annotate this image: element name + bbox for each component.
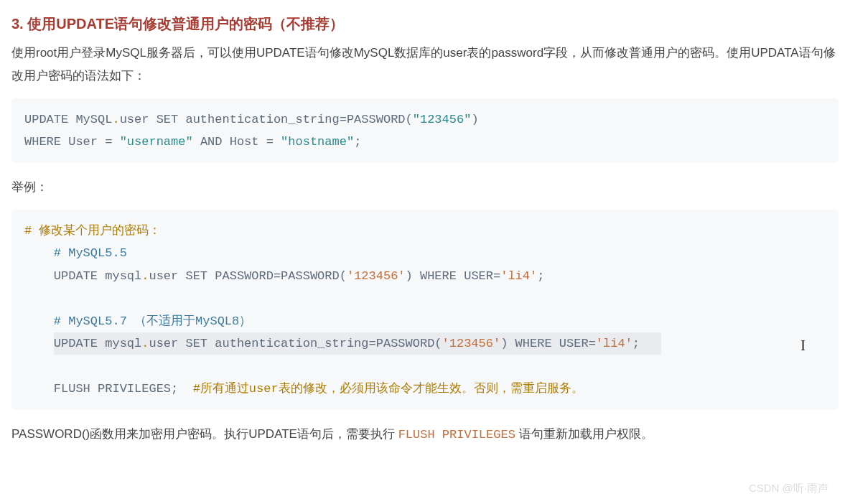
example-label: 举例： bbox=[11, 176, 839, 199]
string-user: 'li4' bbox=[596, 337, 632, 350]
intro-paragraph: 使用root用户登录MySQL服务器后，可以使用UPDATE语句修改MySQL数… bbox=[11, 42, 839, 88]
outro-paragraph: PASSWORD()函数用来加密用户密码。执行UPDATE语句后，需要执行 FL… bbox=[11, 423, 839, 447]
equals: = bbox=[589, 337, 596, 350]
dot: . bbox=[112, 113, 119, 126]
text-cursor-icon: I bbox=[800, 332, 805, 359]
keyword-update: UPDATE bbox=[54, 337, 98, 350]
function-password: PASSWORD bbox=[376, 337, 435, 350]
keyword-flush: FLUSH bbox=[54, 382, 90, 396]
keyword-set: SET bbox=[185, 269, 207, 283]
identifier-col: authentication_string bbox=[185, 113, 339, 126]
keyword-where: WHERE bbox=[515, 337, 552, 350]
paren-close: ) bbox=[406, 269, 413, 283]
paren-open: ( bbox=[406, 113, 413, 126]
keyword-update: UPDATE bbox=[54, 269, 98, 283]
paren-close: ) bbox=[471, 113, 478, 126]
keyword-set: SET bbox=[185, 337, 207, 350]
equals: = bbox=[493, 269, 500, 283]
paren-open: ( bbox=[340, 269, 347, 283]
inline-code-flush: FLUSH PRIVILEGES bbox=[398, 428, 515, 442]
dot: . bbox=[141, 269, 149, 283]
string-user: 'li4' bbox=[500, 269, 537, 283]
equals: = bbox=[274, 269, 281, 283]
function-password: PASSWORD bbox=[281, 269, 340, 283]
identifier-usercol: USER bbox=[559, 337, 589, 350]
highlighted-line: UPDATE mysql.user SET authentication_str… bbox=[54, 332, 661, 355]
identifier-usercol: User bbox=[68, 135, 98, 149]
string-hostname: "hostname" bbox=[281, 135, 354, 149]
paren-close: ) bbox=[500, 337, 508, 350]
identifier-col: authentication_string bbox=[215, 337, 368, 350]
code-block-syntax: UPDATE MySQL.user SET authentication_str… bbox=[11, 98, 839, 164]
equals: = bbox=[340, 113, 347, 126]
equals: = bbox=[266, 135, 274, 149]
equals: = bbox=[105, 135, 112, 149]
identifier-col: PASSWORD bbox=[215, 269, 274, 283]
paren-open: ( bbox=[434, 337, 442, 350]
equals: = bbox=[369, 337, 376, 350]
keyword-privileges: PRIVILEGES bbox=[98, 382, 171, 396]
outro-text-after: 语句重新加载用户权限。 bbox=[515, 427, 653, 441]
comment-v55: # MySQL5.5 bbox=[54, 246, 127, 260]
string-pwd: '123456' bbox=[347, 269, 406, 283]
comment-flush: #所有通过user表的修改，必须用该命令才能生效。否则，需重启服务。 bbox=[193, 382, 584, 396]
identifier-db: MySQL bbox=[75, 113, 112, 126]
identifier-usercol: USER bbox=[464, 269, 493, 283]
string-pwd: '123456' bbox=[442, 337, 501, 350]
semicolon: ; bbox=[171, 382, 178, 396]
string-username: "username" bbox=[120, 135, 193, 149]
dot: . bbox=[141, 337, 149, 350]
comment-v57: # MySQL5.7 （不适用于MySQL8） bbox=[54, 314, 251, 328]
identifier-tbl: user bbox=[120, 113, 149, 126]
keyword-where: WHERE bbox=[420, 269, 457, 283]
keyword-update: UPDATE bbox=[24, 113, 68, 126]
keyword-set: SET bbox=[157, 113, 179, 126]
keyword-and: AND bbox=[200, 135, 223, 149]
outro-text-before: PASSWORD()函数用来加密用户密码。执行UPDATE语句后，需要执行 bbox=[11, 427, 398, 441]
section-heading: 3. 使用UPDATE语句修改普通用户的密码（不推荐） bbox=[11, 10, 839, 37]
identifier-tbl: user bbox=[149, 337, 178, 350]
semicolon: ; bbox=[537, 269, 544, 283]
code-block-example: # 修改某个用户的密码： # MySQL5.5 UPDATE mysql.use… bbox=[11, 210, 839, 411]
function-password: PASSWORD bbox=[347, 113, 406, 126]
semicolon: ; bbox=[354, 135, 361, 149]
identifier-db: mysql bbox=[105, 269, 141, 283]
identifier-db: mysql bbox=[105, 337, 141, 350]
identifier-tbl: user bbox=[149, 269, 178, 283]
identifier-hostcol: Host bbox=[230, 135, 259, 149]
string-pwd: "123456" bbox=[413, 113, 472, 126]
comment-top: # 修改某个用户的密码： bbox=[24, 224, 161, 238]
keyword-where: WHERE bbox=[24, 135, 61, 149]
semicolon: ; bbox=[632, 337, 640, 350]
